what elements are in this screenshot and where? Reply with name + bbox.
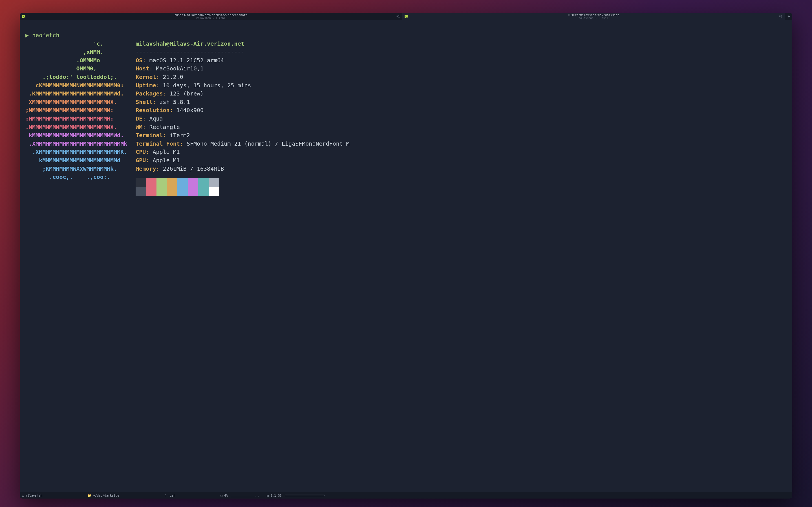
ascii-line: 'c. — [26, 40, 103, 47]
prompt-command: neofetch — [32, 32, 59, 39]
color-swatch — [209, 187, 219, 196]
terminal-window: >_ /Users/milavshah/dev/darkside/screens… — [20, 13, 792, 499]
neofetch-row: Host: MacBookAir10,1 — [136, 65, 204, 72]
status-cpu: ▢4% — [220, 494, 267, 497]
neofetch-info: milavshah@Milavs-Air.verizon.net -------… — [136, 40, 350, 196]
color-swatch — [188, 187, 198, 196]
neofetch-row: CPU: Apple M1 — [136, 149, 180, 155]
ascii-line: .;loddo:' loolloddol;. — [26, 73, 117, 80]
neofetch-row: Terminal Font: SFMono-Medium 21 (normal)… — [136, 140, 350, 147]
tab-subtitle: milavshah → [-zsh] — [197, 17, 225, 19]
tab-1[interactable]: >_ /Users/milavshah/dev/darkside/screens… — [20, 13, 402, 20]
tab-shortcut: ⌘2 — [779, 15, 782, 18]
color-swatch — [177, 187, 188, 196]
neofetch-row: GPU: Apple M1 — [136, 157, 180, 164]
tab-subtitle: milavshah → [-zsh] — [579, 17, 608, 19]
ascii-line: ;KMMMMMMMWXXWMMMMMMMk. — [26, 165, 117, 172]
neofetch-row: OS: macOS 12.1 21C52 arm64 — [136, 57, 224, 64]
ascii-line: ;MMMMMMMMMMMMMMMMMMMMMMMM: — [26, 107, 114, 114]
color-swatch — [167, 178, 177, 187]
branch-icon: ᚶ — [164, 494, 166, 497]
tab-path: /Users/milavshah/dev/darkside/screenshot… — [174, 13, 247, 17]
neofetch-separator: -------------------------------- — [136, 48, 244, 55]
ascii-line: ,xNMM. — [26, 48, 103, 55]
color-palette — [136, 178, 350, 196]
status-user: ♙milavshah — [22, 494, 42, 497]
neofetch-row: Memory: 2261MiB / 16384MiB — [136, 165, 224, 172]
color-swatch — [167, 187, 177, 196]
terminal-icon: >_ — [405, 15, 408, 18]
ascii-line: kMMMMMMMMMMMMMMMMMMMMMMMMWd. — [26, 132, 124, 138]
color-swatch — [209, 178, 219, 187]
new-tab-button[interactable]: + — [785, 13, 792, 20]
ascii-line: .KMMMMMMMMMMMMMMMMMMMMMMMWd. — [26, 90, 124, 97]
tab-2[interactable]: >_ /Users/milavshah/dev/darkside milavsh… — [402, 13, 785, 20]
folder-icon: 📁 — [87, 494, 91, 497]
terminal-icon: >_ — [22, 15, 26, 18]
ascii-line: .MMMMMMMMMMMMMMMMMMMMMMMMX. — [26, 124, 117, 130]
ascii-line: XMMMMMMMMMMMMMMMMMMMMMMMX. — [26, 99, 117, 105]
cpu-sparkline — [231, 494, 265, 497]
tab-path: /Users/milavshah/dev/darkside — [567, 13, 619, 17]
status-process: ᚶ-zsh — [164, 494, 175, 497]
neofetch-row: Terminal: iTerm2 — [136, 132, 190, 138]
status-memory: ▥8.1 GB — [267, 494, 324, 497]
neofetch-header: milavshah@Milavs-Air.verizon.net — [136, 40, 244, 47]
tab-bar: >_ /Users/milavshah/dev/darkside/screens… — [20, 13, 792, 20]
ascii-line: kMMMMMMMMMMMMMMMMMMMMMMd — [26, 157, 120, 164]
ascii-line: cKMMMMMMMMMMNWMMMMMMMMMM0: — [26, 82, 124, 89]
memory-icon: ▥ — [267, 494, 269, 497]
color-swatch — [146, 178, 156, 187]
status-bar: ♙milavshah 📁~/dev/darkside ᚶ-zsh ▢4% ▥8.… — [20, 492, 792, 499]
color-swatch — [146, 187, 156, 196]
neofetch-row: Packages: 123 (brew) — [136, 90, 204, 97]
ascii-logo: 'c. ,xNMM. .OMMMMo OMMM0, .;loddo:' lool… — [26, 40, 127, 181]
neofetch-row: Resolution: 1440x900 — [136, 107, 204, 114]
neofetch-row: Uptime: 10 days, 15 hours, 25 mins — [136, 82, 251, 89]
neofetch-row: Kernel: 21.2.0 — [136, 73, 183, 80]
ascii-line: .cooc,. .,coo:. — [26, 173, 110, 180]
status-cwd: 📁~/dev/darkside — [87, 494, 119, 497]
color-swatch — [198, 178, 209, 187]
ascii-line: OMMM0, — [26, 65, 97, 72]
color-swatch — [198, 187, 209, 196]
ascii-line: :MMMMMMMMMMMMMMMMMMMMMMMM: — [26, 115, 114, 122]
color-swatch — [136, 187, 146, 196]
color-swatch — [136, 178, 146, 187]
color-swatch — [177, 178, 188, 187]
user-icon: ♙ — [22, 494, 24, 497]
tab-shortcut: ⌘1 — [396, 15, 400, 18]
neofetch-row: WM: Rectangle — [136, 124, 180, 130]
ascii-line: .OMMMMo — [26, 57, 100, 64]
ascii-line: .XMMMMMMMMMMMMMMMMMMMMMMMMK. — [26, 149, 127, 155]
color-swatch — [156, 178, 167, 187]
prompt-symbol: ▶ — [26, 32, 29, 39]
terminal-body[interactable]: ▶ neofetch 'c. ,xNMM. .OMMMMo OMMM0, .;l… — [20, 20, 792, 492]
prompt: ▶ neofetch — [26, 32, 59, 39]
memory-bar — [285, 495, 324, 496]
color-swatch — [188, 178, 198, 187]
ascii-line: .XMMMMMMMMMMMMMMMMMMMMMMMMMMk — [26, 140, 127, 147]
neofetch-row: Shell: zsh 5.8.1 — [136, 99, 190, 105]
color-swatch — [156, 187, 167, 196]
cpu-icon: ▢ — [220, 494, 222, 497]
neofetch-row: DE: Aqua — [136, 115, 163, 122]
